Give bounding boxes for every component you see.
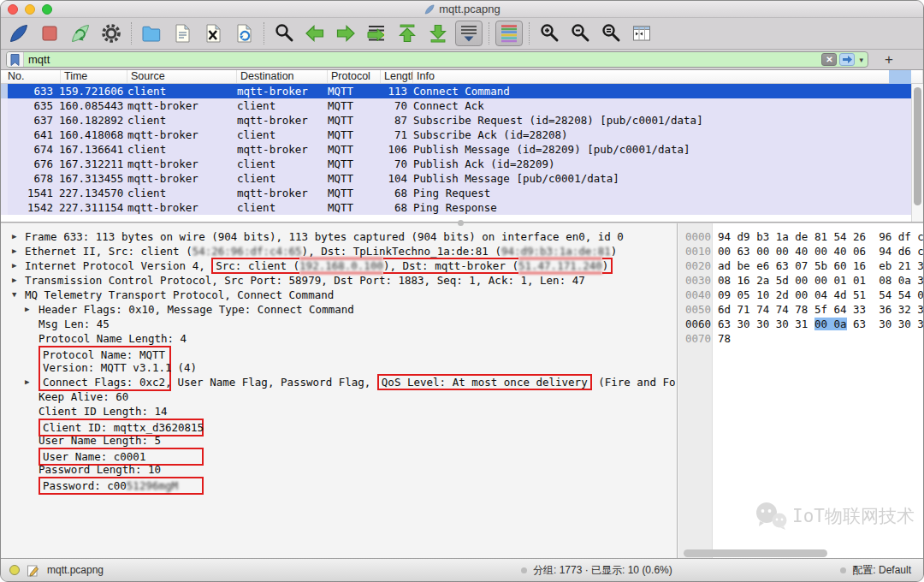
colorize-packets-button[interactable] <box>495 21 523 46</box>
expanded-arrow-icon[interactable]: ▼ <box>12 288 16 302</box>
window-title: mqtt.pcapng <box>439 3 500 15</box>
resize-columns-button[interactable] <box>628 21 655 46</box>
collapsed-arrow-icon[interactable]: ▶ <box>25 302 29 317</box>
open-file-button[interactable] <box>138 21 165 46</box>
detail-tree-row[interactable]: Client ID: mqttx_d3620815 <box>1 419 677 433</box>
open-file-icon <box>140 22 163 45</box>
save-file-button[interactable] <box>169 21 196 46</box>
detail-tree-row[interactable]: ▼MQ Telemetry Transport Protocol, Connec… <box>1 288 677 302</box>
detail-tree-row[interactable]: User Name Length: 5 <box>1 433 677 448</box>
collapsed-arrow-icon[interactable]: ▶ <box>12 229 16 244</box>
detail-tree-row[interactable]: Msg Len: 45 <box>1 317 677 331</box>
filter-bookmark-icon[interactable] <box>7 52 24 67</box>
column-header-source[interactable]: Source <box>127 70 237 83</box>
restart-capture-button[interactable] <box>67 21 94 46</box>
detail-tree-row[interactable]: ▶Ethernet II, Src: client (54:26:96:df:c… <box>1 244 677 258</box>
collapsed-arrow-icon[interactable]: ▶ <box>25 375 29 389</box>
clear-filter-button[interactable]: ✕ <box>821 53 837 66</box>
column-header-destination[interactable]: Destination <box>237 70 328 83</box>
detail-tree-row[interactable]: ▶Frame 633: 113 bytes on wire (904 bits)… <box>1 229 677 244</box>
detail-tree-row[interactable]: Protocol Name Length: 4 <box>1 331 677 346</box>
column-header-info[interactable]: Info <box>413 70 923 83</box>
packet-row[interactable]: 637160.182892clientmqtt-brokerMQTT87Subs… <box>1 113 911 128</box>
window-title-area: mqtt.pcapng <box>1 3 923 15</box>
collapsed-arrow-icon[interactable]: ▶ <box>12 273 16 288</box>
colorize-packets-icon <box>498 22 520 45</box>
detail-tree-row[interactable]: Password Length: 10 <box>1 462 677 477</box>
column-header-protocol[interactable]: Protocol <box>328 70 381 83</box>
hex-row[interactable]: 000094 d9 b3 1a de 81 54 26 96 df c <box>678 229 923 244</box>
hex-row[interactable]: 006063 30 30 30 31 00 0a 63 30 30 3 <box>678 317 923 331</box>
filter-text: mqtt <box>24 53 50 66</box>
go-first-packet-button[interactable] <box>394 21 421 46</box>
profile-text[interactable]: 配置: Default <box>852 563 911 578</box>
expert-info-icon[interactable] <box>9 565 20 575</box>
watermark: IoT物联网技术 <box>753 502 915 531</box>
detail-tree-row[interactable]: Keep Alive: 60 <box>1 389 677 404</box>
bytes-scrollbar[interactable] <box>682 549 917 557</box>
detail-tree-row[interactable]: ▶Internet Protocol Version 4, Src: clien… <box>1 258 677 273</box>
add-filter-button[interactable]: + <box>880 51 897 68</box>
packet-row[interactable]: 678167.313455mqtt-brokerclientMQTT104Pub… <box>1 171 911 186</box>
start-capture-icon <box>8 22 30 45</box>
zoom-in-button[interactable] <box>536 21 563 46</box>
detail-tree-row[interactable]: Password: c0051296mgM <box>1 477 677 491</box>
hex-row[interactable]: 004009 05 10 2d 00 04 4d 51 54 54 0 <box>678 288 923 302</box>
auto-scroll-button[interactable] <box>455 21 483 46</box>
hex-bytes: 6d 71 74 74 78 5f 64 33 36 32 3 <box>718 303 923 316</box>
zoom-out-button[interactable] <box>566 21 594 46</box>
collapsed-arrow-icon[interactable]: ▶ <box>12 258 16 273</box>
apply-filter-button[interactable] <box>839 53 855 66</box>
capture-options-button[interactable] <box>98 21 125 46</box>
detail-tree-row[interactable]: Protocol Name: MQTT <box>1 346 677 360</box>
bytes-scrollbar-thumb[interactable] <box>684 549 827 557</box>
packet-row[interactable]: 1542227.311154mqtt-brokerclientMQTT68Pin… <box>1 200 911 215</box>
packet-bytes-pane: 000094 d9 b3 1a de 81 54 26 96 df c00100… <box>678 223 923 560</box>
hex-rows: 000094 d9 b3 1a de 81 54 26 96 df c00100… <box>678 229 923 346</box>
scrollbar-thumb[interactable] <box>914 87 921 205</box>
go-forward-button[interactable] <box>332 21 359 46</box>
display-filter-input[interactable]: mqtt ✕ ▾ <box>6 51 868 68</box>
detail-tree-row[interactable]: ▶Transmission Control Protocol, Src Port… <box>1 273 677 288</box>
close-file-icon <box>202 22 224 45</box>
stop-capture-button[interactable] <box>36 21 63 46</box>
hex-row[interactable]: 0020ad be e6 63 07 5b 60 16 eb 21 3 <box>678 258 923 273</box>
hex-row[interactable]: 00506d 71 74 74 78 5f 64 33 36 32 3 <box>678 302 923 317</box>
detail-tree-row[interactable]: Version: MQTT v3.1.1 (4) <box>1 360 677 375</box>
collapsed-arrow-icon[interactable]: ▶ <box>12 244 16 258</box>
reload-file-button[interactable] <box>230 21 258 46</box>
column-header-time[interactable]: Time <box>61 70 127 83</box>
detail-tree-row[interactable]: User Name: c0001 <box>1 448 677 462</box>
pane-splitter-handle[interactable] <box>458 220 464 226</box>
column-header-no[interactable]: No. <box>1 70 61 83</box>
save-file-icon <box>171 22 193 45</box>
packet-row[interactable]: 635160.085443mqtt-brokerclientMQTT70Conn… <box>1 98 911 113</box>
zoom-original-button[interactable] <box>597 21 625 46</box>
start-capture-button[interactable] <box>5 21 33 46</box>
column-header-length[interactable]: Length <box>381 70 413 83</box>
detail-tree-row[interactable]: ▶Header Flags: 0x10, Message Type: Conne… <box>1 302 677 317</box>
capture-comment-icon[interactable] <box>27 564 39 577</box>
apply-arrow-icon <box>843 56 852 63</box>
packet-list-scrollbar[interactable] <box>911 84 923 222</box>
packet-row[interactable]: 676167.312211mqtt-brokerclientMQTT70Publ… <box>1 157 911 171</box>
find-packet-button[interactable] <box>270 21 298 46</box>
packet-row[interactable]: 674167.136641clientmqtt-brokerMQTT106Pub… <box>1 142 911 157</box>
hex-row[interactable]: 007078 <box>678 331 923 346</box>
detail-tree-row[interactable]: Client ID Length: 14 <box>1 404 677 419</box>
filter-dropdown-caret[interactable]: ▾ <box>857 56 865 64</box>
hex-offset: 0040 <box>678 288 708 302</box>
detail-tree-row[interactable]: ▶Connect Flags: 0xc2, User Name Flag, Pa… <box>1 375 677 389</box>
packet-row[interactable]: 641160.418068mqtt-brokerclientMQTT71Subs… <box>1 128 911 142</box>
close-file-button[interactable] <box>199 21 227 46</box>
hex-row[interactable]: 001000 63 00 00 40 00 40 06 94 d6 c <box>678 244 923 258</box>
go-to-packet-button[interactable] <box>363 21 390 46</box>
hex-bytes: 63 30 30 3 <box>847 318 923 330</box>
hex-row[interactable]: 003008 16 2a 5d 00 00 01 01 08 0a 3 <box>678 273 923 288</box>
go-back-icon <box>304 22 326 45</box>
toolbar-separator <box>131 22 132 45</box>
packet-row[interactable]: 1541227.134570clientmqtt-brokerMQTT68Pin… <box>1 186 911 200</box>
go-last-packet-button[interactable] <box>424 21 452 46</box>
go-back-button[interactable] <box>301 21 329 46</box>
packet-row[interactable]: 633159.721606clientmqtt-brokerMQTT113Con… <box>1 84 911 98</box>
